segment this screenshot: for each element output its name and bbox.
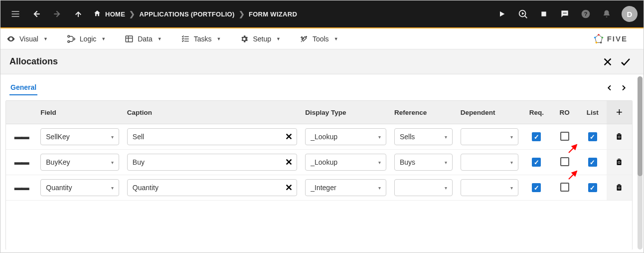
svg-marker-9 [522,12,524,14]
display-type-select[interactable]: _Integer [305,179,386,196]
close-icon[interactable] [599,53,617,71]
dependent-select[interactable] [461,128,519,145]
required-checkbox[interactable] [532,183,541,192]
avatar[interactable]: D [622,6,638,22]
toolbar-label: Visual [19,35,38,43]
clear-icon[interactable]: ✕ [285,131,293,142]
display-type-select[interactable]: _Lookup [305,128,386,145]
next-icon[interactable] [617,81,631,95]
svg-point-16 [68,35,70,37]
field-select[interactable]: Quantity [40,179,119,196]
page-header: Allocations [0,49,644,74]
prev-icon[interactable] [603,81,617,95]
grid: Field Caption Display Type Reference Dep… [5,100,633,250]
grid-header: Field Caption Display Type Reference Dep… [6,101,632,124]
inspect-icon[interactable] [514,5,532,23]
header-ro: RO [551,101,579,124]
caption-input[interactable]: Sell✕ [127,128,297,145]
svg-rect-10 [541,11,546,16]
delete-icon[interactable] [615,160,624,168]
reference-select[interactable] [394,179,453,196]
delete-icon[interactable] [615,134,624,142]
toolbar-label: Tasks [194,35,212,43]
forward-icon[interactable] [48,5,66,23]
toolbar-tools[interactable]: Tools▼ [300,34,338,43]
back-icon[interactable] [27,5,45,23]
drag-handle-icon[interactable]: ▬▬ [14,158,28,166]
svg-line-8 [525,16,527,18]
toolbar-setup[interactable]: Setup▼ [240,34,281,43]
header-display: Display Type [301,101,390,124]
breadcrumb-formwizard[interactable]: FORM WIZARD [249,10,297,18]
chat-icon[interactable] [556,5,574,23]
header-dependent: Dependent [457,101,523,124]
breadcrumb: HOME ❯ APPLICATIONS (PORTFOLIO) ❯ FORM W… [93,9,297,19]
toolbar: Visual▼ Logic▼ Data▼ Tasks▼ Setup▼ Tools… [0,28,644,49]
header-caption: Caption [123,101,301,124]
toolbar-label: Setup [253,35,271,43]
svg-point-29 [595,41,597,43]
dependent-select[interactable] [461,154,519,171]
breadcrumb-applications[interactable]: APPLICATIONS (PORTFOLIO) [140,10,235,18]
svg-point-13 [566,12,567,13]
svg-point-12 [564,12,565,13]
toolbar-data[interactable]: Data▼ [125,34,162,43]
svg-point-30 [600,41,602,43]
readonly-checkbox[interactable] [560,132,569,141]
bell-icon[interactable] [598,5,616,23]
tab-row: General [4,80,636,98]
reference-select[interactable]: Sells [394,128,453,145]
home-icon [93,9,101,19]
list-checkbox[interactable] [588,158,597,167]
caption-input[interactable]: Quantity✕ [127,179,297,196]
svg-marker-6 [500,11,504,17]
svg-point-26 [598,33,600,35]
clear-icon[interactable]: ✕ [285,182,293,193]
stop-icon[interactable] [535,5,553,23]
svg-point-25 [306,36,307,37]
topbar: HOME ❯ APPLICATIONS (PORTFOLIO) ❯ FORM W… [0,0,644,28]
caption-input[interactable]: Buy✕ [127,154,297,171]
chevron-right-icon: ❯ [239,10,245,18]
header-list: List [579,101,607,124]
add-row-icon[interactable]: + [616,106,623,118]
toolbar-visual[interactable]: Visual▼ [6,34,48,43]
clear-icon[interactable]: ✕ [285,157,293,168]
toolbar-tasks[interactable]: Tasks▼ [181,34,221,43]
breadcrumb-home[interactable]: HOME [105,10,125,18]
play-icon[interactable] [493,5,511,23]
header-field: Field [36,101,123,124]
confirm-icon[interactable] [617,53,635,71]
list-checkbox[interactable] [588,183,597,192]
chevron-right-icon: ❯ [129,10,135,18]
readonly-checkbox[interactable] [560,157,569,166]
menu-icon[interactable] [6,5,24,23]
drag-handle-icon[interactable]: ▬▬ [14,132,28,141]
list-checkbox[interactable] [588,132,597,141]
table-row: ▬▬QuantityQuantity✕_Integer [6,175,632,201]
display-type-select[interactable]: _Lookup [305,154,386,171]
header-reference: Reference [390,101,457,124]
required-checkbox[interactable] [532,158,541,167]
tab-general[interactable]: General [9,80,37,95]
up-icon[interactable] [69,5,87,23]
table-row: ▬▬BuyKeyBuy✕_LookupBuys [6,150,632,175]
reference-select[interactable]: Buys [394,154,453,171]
page-title: Allocations [9,56,58,67]
svg-point-28 [601,36,603,38]
svg-point-17 [68,40,70,42]
field-select[interactable]: BuyKey [40,154,119,171]
help-icon[interactable]: ? [577,5,595,23]
dependent-select[interactable] [461,179,519,196]
required-checkbox[interactable] [532,132,541,141]
brand-label: FIVE [607,34,628,43]
toolbar-label: Tools [313,35,329,43]
svg-point-27 [594,36,596,38]
drag-handle-icon[interactable]: ▬▬ [14,183,28,192]
field-select[interactable]: SellKey [40,128,119,145]
readonly-checkbox[interactable] [560,183,569,192]
brand-logo: FIVE [593,33,638,44]
toolbar-logic[interactable]: Logic▼ [67,34,106,43]
delete-icon[interactable] [615,185,624,193]
vertical-scrollbar[interactable] [638,76,643,250]
